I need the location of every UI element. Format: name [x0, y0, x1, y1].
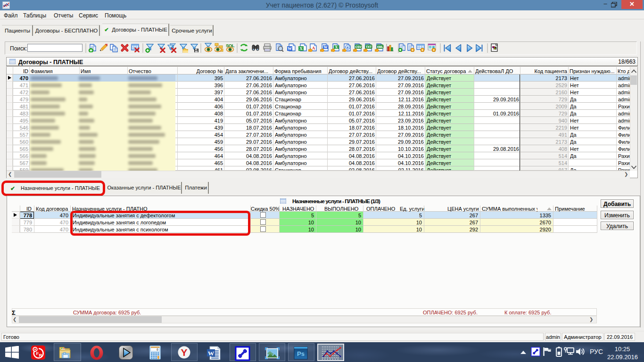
svg-text:X: X: [335, 45, 338, 49]
svg-text:R: R: [39, 353, 42, 358]
svg-text:W: W: [324, 45, 328, 49]
svg-text:e: e: [347, 45, 349, 49]
svg-text:XML: XML: [377, 45, 383, 49]
svg-text:TXT: TXT: [366, 45, 372, 49]
svg-text:A: A: [312, 46, 315, 50]
svg-text:W: W: [288, 46, 292, 51]
svg-text:CSV: CSV: [355, 45, 362, 49]
svg-text:0: 0: [157, 348, 158, 352]
svg-text:W: W: [208, 350, 215, 357]
svg-text:Ps: Ps: [297, 350, 305, 357]
svg-text:X: X: [299, 46, 303, 51]
svg-text:Y: Y: [181, 347, 187, 358]
